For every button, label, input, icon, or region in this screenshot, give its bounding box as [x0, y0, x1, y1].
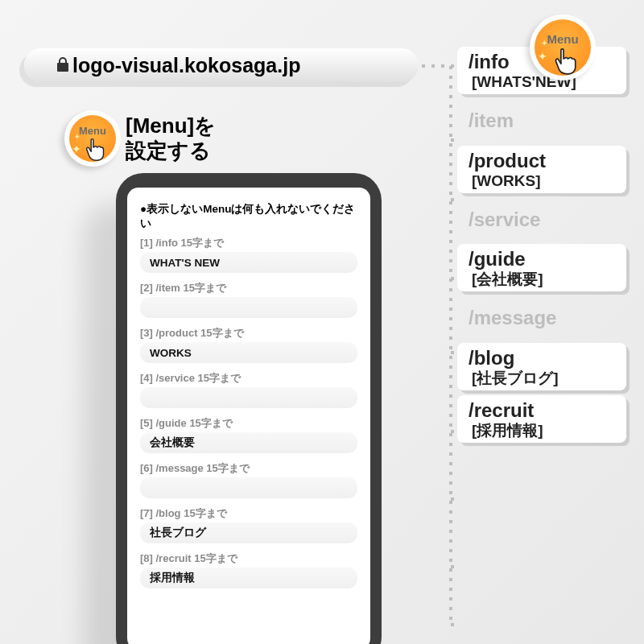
title-line-1: [Menu]を	[126, 114, 216, 138]
menu-input-item[interactable]	[140, 297, 357, 318]
phone-screen: ●表示しないMenuは何も入れないでください [1] /info 15字まで […	[127, 188, 370, 644]
title-area: ✦ ✦ Menu [Menu]を 設定する	[64, 110, 216, 167]
title-line-2: 設定する	[126, 138, 216, 163]
path-slug: /recruit	[469, 400, 617, 421]
path-card: /guide [会社概要]	[457, 244, 626, 291]
form-field-7: [7] /blog 15字まで	[140, 506, 357, 543]
form-label: [3] /product 15字まで	[140, 326, 357, 341]
cursor-hand-icon	[549, 42, 583, 76]
path-label: [会社概要]	[472, 270, 617, 289]
path-label: [WORKS]	[472, 171, 617, 191]
menu-input-recruit[interactable]	[140, 568, 357, 588]
menu-badge: ✦ ✦ Menu	[64, 110, 121, 167]
path-slug: /guide	[469, 249, 617, 270]
menu-badge-top: ✦ ✦ Menu	[530, 14, 596, 80]
paths-column: /info [WHATS'NEW] /item /product [WORKS]…	[457, 47, 626, 454]
menu-input-service[interactable]	[140, 387, 357, 408]
path-row-blog: /blog [社長ブログ]	[457, 343, 626, 390]
url-domain: logo-visual.kokosaga.jp	[72, 54, 300, 77]
path-slug: /item	[469, 110, 617, 131]
form-field-8: [8] /recruit 15字まで	[140, 551, 357, 588]
url-bar: logo-visual.kokosaga.jp	[24, 48, 419, 82]
path-slug: /blog	[469, 348, 617, 369]
path-row-guide: /guide [会社概要]	[457, 244, 626, 291]
form-label: [2] /item 15字まで	[140, 281, 357, 295]
menu-input-blog[interactable]	[140, 522, 357, 543]
form-label: [4] /service 15字まで	[140, 371, 357, 386]
form-label: [6] /message 15字まで	[140, 461, 357, 476]
path-card-disabled: /item	[457, 105, 626, 134]
menu-input-message[interactable]	[140, 477, 357, 498]
cursor-hand-icon	[81, 133, 110, 162]
form-label: [1] /info 15字まで	[140, 236, 357, 250]
menu-input-product[interactable]	[140, 342, 357, 363]
page-title: [Menu]を 設定する	[126, 114, 216, 163]
path-slug: /service	[469, 209, 617, 230]
form-label: [8] /recruit 15字まで	[140, 551, 357, 566]
path-card: /product [WORKS]	[457, 146, 626, 193]
path-slug: /product	[469, 151, 617, 171]
form-label: [7] /blog 15字まで	[140, 506, 357, 521]
connector-branch	[448, 496, 459, 502]
path-row-product: /product [WORKS]	[457, 146, 626, 193]
connector-branch	[448, 564, 459, 570]
form-field-1: [1] /info 15字まで	[140, 236, 357, 273]
path-row-item: /item	[457, 105, 626, 134]
form-note: ●表示しないMenuは何も入れないでください	[140, 202, 357, 231]
lock-icon	[56, 56, 69, 72]
form-field-3: [3] /product 15字まで	[140, 326, 357, 363]
form-field-5: [5] /guide 15字まで	[140, 416, 357, 453]
path-card: /recruit [採用情報]	[457, 395, 626, 443]
path-slug: /message	[469, 308, 617, 328]
path-row-service: /service	[457, 204, 626, 233]
path-row-recruit: /recruit [採用情報]	[457, 395, 626, 443]
connector-v	[448, 63, 454, 620]
menu-input-info[interactable]	[140, 252, 357, 273]
path-card-disabled: /message	[457, 303, 626, 331]
path-row-message: /message	[457, 303, 626, 331]
path-label: [社長ブログ]	[472, 369, 617, 388]
form-field-2: [2] /item 15字まで	[140, 281, 357, 318]
form-field-4: [4] /service 15字まで	[140, 371, 357, 408]
path-card: /blog [社長ブログ]	[457, 343, 626, 390]
form-field-6: [6] /message 15字まで	[140, 461, 357, 498]
path-label: [採用情報]	[472, 421, 617, 440]
menu-input-guide[interactable]	[140, 432, 357, 453]
path-card-disabled: /service	[457, 204, 626, 233]
form-label: [5] /guide 15字まで	[140, 416, 357, 431]
connector-branch	[448, 621, 459, 628]
phone-mock: ●表示しないMenuは何も入れないでください [1] /info 15字まで […	[116, 173, 382, 644]
